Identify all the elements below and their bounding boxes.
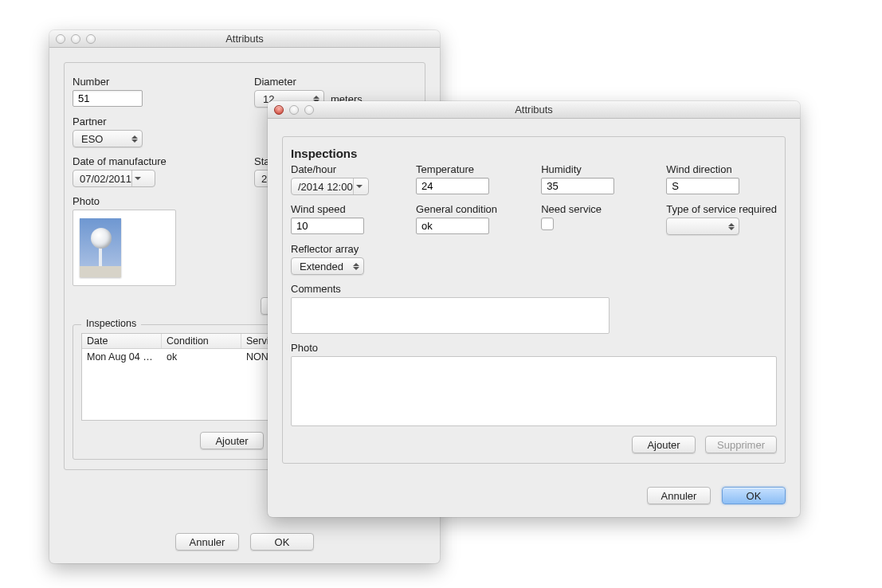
reflector-value: Extended	[300, 261, 343, 272]
manufacture-value: 07/02/2011	[80, 173, 131, 185]
cell-date: Mon Aug 04 16:…	[82, 351, 162, 363]
comments-textarea[interactable]	[291, 297, 610, 334]
need-service-checkbox[interactable]	[541, 218, 554, 230]
need-service-label: Need service	[541, 203, 650, 215]
datehour-label: Date/hour	[291, 163, 400, 175]
cell-condition: ok	[162, 351, 241, 363]
humidity-label: Humidity	[541, 163, 650, 175]
wind-speed-input[interactable]	[291, 218, 364, 234]
chevron-down-icon	[131, 171, 143, 186]
reflector-label: Reflector array	[291, 243, 400, 255]
number-label: Number	[73, 76, 235, 88]
chevron-updown-icon	[130, 131, 139, 147]
general-cond-label: General condition	[416, 203, 525, 215]
titlebar-main[interactable]: Attributs	[49, 30, 440, 48]
ok-button[interactable]: OK	[250, 533, 314, 551]
titlebar-front[interactable]: Attributs	[268, 101, 800, 119]
annuler-button-front[interactable]: Annuler	[647, 487, 711, 504]
service-type-label: Type of service required	[666, 203, 777, 215]
window-title-main: Attributs	[49, 33, 440, 45]
window-title-front: Attributs	[268, 104, 800, 116]
wind-dir-label: Wind direction	[666, 163, 777, 175]
attributs-window-inspection: Attributs Inspections Date/hour /2014 12…	[268, 101, 800, 517]
temperature-input[interactable]	[416, 178, 489, 194]
reflector-select[interactable]: Extended	[291, 257, 364, 275]
supprimer-button[interactable]: Supprimer	[705, 436, 777, 453]
general-cond-input[interactable]	[416, 218, 489, 234]
inspections-legend: Inspections	[81, 318, 141, 329]
photo-drop-area[interactable]	[291, 356, 777, 426]
wind-dir-input[interactable]	[666, 178, 739, 194]
ajouter-button[interactable]: Ajouter	[200, 432, 264, 449]
comments-label: Comments	[291, 283, 777, 295]
col-condition[interactable]: Condition	[162, 334, 241, 348]
humidity-input[interactable]	[541, 178, 614, 194]
wind-speed-label: Wind speed	[291, 203, 400, 215]
number-input[interactable]	[73, 90, 143, 107]
partner-label: Partner	[73, 116, 235, 127]
ok-button-front[interactable]: OK	[722, 487, 786, 504]
annuler-button[interactable]: Annuler	[175, 533, 239, 551]
datehour-input[interactable]: /2014 12:00	[291, 178, 369, 195]
partner-select[interactable]: ESO	[73, 130, 143, 147]
chevron-down-icon	[353, 178, 365, 194]
temperature-label: Temperature	[416, 163, 525, 175]
photo-box[interactable]	[73, 210, 176, 286]
diameter-label: Diameter	[254, 76, 417, 88]
ajouter-button-front[interactable]: Ajouter	[632, 436, 696, 453]
photo-label-front: Photo	[291, 342, 777, 354]
manufacture-date[interactable]: 07/02/2011	[73, 170, 155, 187]
antenna-thumbnail	[80, 218, 121, 277]
col-date[interactable]: Date	[82, 334, 162, 348]
chevron-updown-icon	[351, 258, 361, 274]
service-type-select[interactable]	[666, 218, 739, 235]
partner-value: ESO	[81, 133, 103, 145]
manufacture-label: Date of manufacture	[73, 155, 235, 167]
datehour-value: /2014 12:00	[298, 181, 353, 193]
inspections-heading: Inspections	[291, 147, 777, 160]
chevron-updown-icon	[727, 218, 736, 234]
